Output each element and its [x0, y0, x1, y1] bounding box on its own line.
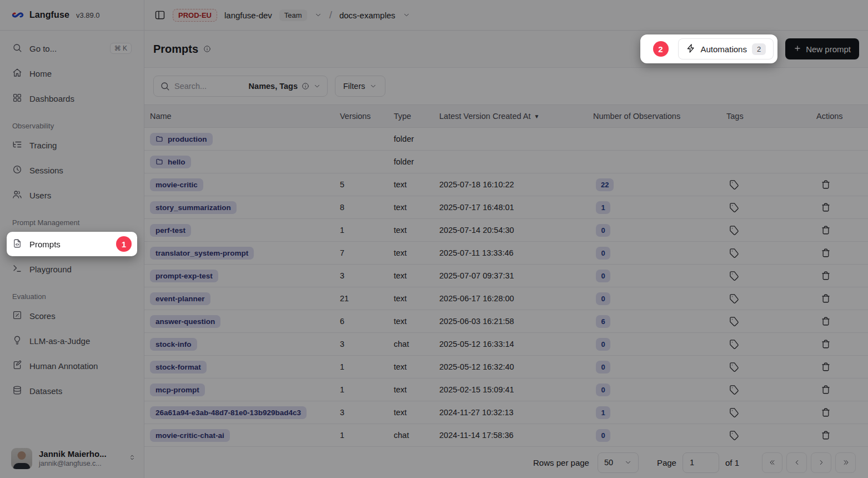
- prompt-name-badge[interactable]: event-planner: [150, 292, 210, 305]
- delete-button[interactable]: [819, 314, 833, 328]
- tag-button[interactable]: [727, 405, 741, 420]
- table-row[interactable]: event-planner 21 text 2025-06-17 16:28:0…: [144, 287, 868, 310]
- delete-button[interactable]: [819, 223, 833, 237]
- delete-button[interactable]: [819, 360, 833, 374]
- tag-button[interactable]: [727, 177, 741, 192]
- table-row[interactable]: production folder: [144, 128, 868, 151]
- sidebar-item-tracing[interactable]: Tracing: [7, 135, 137, 155]
- table-row[interactable]: stock-info 3 chat 2025-05-12 16:33:14 0: [144, 333, 868, 356]
- rows-per-page-label: Rows per page: [533, 458, 589, 467]
- cell-type: text: [394, 248, 439, 257]
- prompt-name-badge[interactable]: stock-format: [150, 361, 207, 374]
- first-page-button[interactable]: [762, 452, 782, 473]
- column-header-actions: Actions: [816, 112, 868, 121]
- rows-per-page-select[interactable]: 50: [598, 452, 639, 473]
- last-page-button[interactable]: [835, 452, 856, 473]
- delete-button[interactable]: [819, 428, 833, 442]
- table-row[interactable]: mcp-prompt 1 text 2025-02-15 15:09:41 0: [144, 379, 868, 401]
- cell-type: folder: [394, 135, 439, 143]
- table-row[interactable]: translator_system-prompt 7 text 2025-07-…: [144, 242, 868, 265]
- prompt-name-badge[interactable]: answer-question: [150, 315, 220, 328]
- delete-button[interactable]: [819, 246, 833, 260]
- sidebar-item-prompts[interactable]: Prompts 1: [7, 232, 137, 256]
- delete-button[interactable]: [819, 382, 833, 397]
- info-icon: [302, 82, 309, 90]
- tag-button[interactable]: [727, 223, 741, 237]
- terminal-icon: [12, 263, 22, 275]
- tag-button[interactable]: [727, 246, 741, 260]
- previous-page-button[interactable]: [786, 452, 807, 473]
- table-row[interactable]: 26a61a94-e3ab-48d7-81e0-13b929bad4c3 3 t…: [144, 401, 868, 424]
- cell-versions: 1: [340, 431, 394, 440]
- sidebar-item-playground[interactable]: Playground: [7, 259, 137, 279]
- table-row[interactable]: movie-critic-chat-ai 1 chat 2024-11-14 1…: [144, 424, 868, 447]
- filters-button[interactable]: Filters: [335, 76, 385, 97]
- table-row[interactable]: hello folder: [144, 151, 868, 173]
- tracing-icon: [12, 140, 22, 151]
- sidebar-item-users[interactable]: Users: [7, 185, 137, 205]
- prompt-name-badge[interactable]: mcp-prompt: [150, 384, 205, 396]
- tag-button[interactable]: [727, 291, 741, 306]
- search-scope-select[interactable]: Names, Tags: [249, 82, 321, 91]
- new-prompt-button[interactable]: New prompt: [785, 38, 859, 59]
- chevron-down-icon[interactable]: [314, 11, 322, 19]
- column-header-created-at[interactable]: Latest Version Created At ▼: [439, 112, 593, 121]
- tag-button[interactable]: [727, 360, 741, 374]
- table-row[interactable]: perf-test 1 text 2025-07-14 20:54:30 0: [144, 219, 868, 242]
- tag-button[interactable]: [727, 428, 741, 442]
- table-row[interactable]: stock-format 1 text 2025-05-12 16:32:40 …: [144, 356, 868, 379]
- delete-button[interactable]: [819, 405, 833, 420]
- tag-button[interactable]: [727, 382, 741, 397]
- prompt-name-badge[interactable]: translator_system-prompt: [150, 247, 254, 260]
- goto-search[interactable]: Go to... ⌘ K: [7, 38, 137, 58]
- search-input[interactable]: [174, 82, 244, 91]
- page-number-input[interactable]: [683, 452, 719, 473]
- next-page-button[interactable]: [811, 452, 831, 473]
- prompt-name-badge[interactable]: movie-critic-chat-ai: [150, 429, 230, 442]
- breadcrumb-org[interactable]: langfuse-dev: [224, 11, 272, 20]
- delete-button[interactable]: [819, 200, 833, 215]
- sidebar-item-dashboards[interactable]: Dashboards: [7, 88, 137, 108]
- delete-button[interactable]: [819, 177, 833, 192]
- sidebar-item-sessions[interactable]: Sessions: [7, 160, 137, 180]
- prompt-name-badge[interactable]: 26a61a94-e3ab-48d7-81e0-13b929bad4c3: [150, 406, 307, 419]
- prompt-name-badge-label: movie-critic-chat-ai: [155, 431, 224, 440]
- new-prompt-label: New prompt: [806, 44, 851, 54]
- breadcrumb-project[interactable]: docs-examples: [339, 11, 395, 20]
- table-row[interactable]: answer-question 6 text 2025-06-03 16:21:…: [144, 310, 868, 333]
- table-row[interactable]: prompt-exp-test 3 text 2025-07-07 09:37:…: [144, 265, 868, 287]
- sidebar-item-home[interactable]: Home: [7, 63, 137, 83]
- tag-button[interactable]: [727, 200, 741, 215]
- prompt-name-badge[interactable]: perf-test: [150, 224, 191, 237]
- user-menu[interactable]: Jannik Maierho... jannik@langfuse.c...: [0, 444, 144, 478]
- sidebar-item-scores[interactable]: Scores: [7, 306, 137, 326]
- prompt-name-badge[interactable]: movie-critic: [150, 178, 203, 191]
- rows-per-page-value: 50: [604, 458, 613, 467]
- sidebar-item-label: Users: [29, 191, 51, 200]
- prompt-name-badge[interactable]: stock-info: [150, 338, 197, 351]
- sidebar-item-llm-as-a-judge[interactable]: LLM-as-a-Judge: [7, 331, 137, 351]
- tag-button[interactable]: [727, 268, 741, 283]
- prompt-name-badge[interactable]: story_summarization: [150, 201, 237, 214]
- sidebar-item-label: Human Annotation: [29, 361, 98, 371]
- info-icon[interactable]: [203, 45, 211, 53]
- prompt-name-badge[interactable]: production: [150, 133, 213, 146]
- column-header-name: Name: [150, 112, 340, 121]
- tag-button[interactable]: [727, 337, 741, 351]
- delete-button[interactable]: [819, 268, 833, 283]
- prompt-name-badge[interactable]: hello: [150, 156, 191, 168]
- delete-button[interactable]: [819, 291, 833, 306]
- cell-type: folder: [394, 157, 439, 166]
- chevron-down-icon[interactable]: [403, 11, 410, 19]
- sidebar-item-human-annotation[interactable]: Human Annotation: [7, 356, 137, 376]
- table-row[interactable]: movie-critic 5 text 2025-07-18 16:10:22 …: [144, 173, 868, 196]
- table-row[interactable]: story_summarization 8 text 2025-07-17 16…: [144, 196, 868, 219]
- delete-button[interactable]: [819, 337, 833, 351]
- automations-button[interactable]: Automations 2: [678, 38, 774, 59]
- sidebar-toggle-button[interactable]: [154, 9, 165, 21]
- prompt-name-badge[interactable]: prompt-exp-test: [150, 270, 218, 282]
- tag-button[interactable]: [727, 314, 741, 328]
- sidebar-item-datasets[interactable]: Datasets: [7, 381, 137, 401]
- goto-shortcut: ⌘ K: [110, 43, 132, 54]
- cell-created: 2025-07-07 09:37:31: [439, 271, 593, 280]
